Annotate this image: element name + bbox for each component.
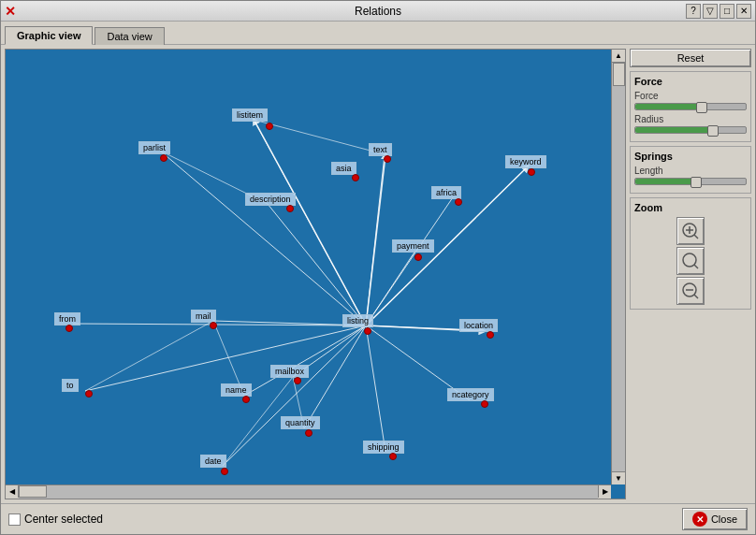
reset-button[interactable]: Reset [630, 49, 751, 67]
dot-date [221, 468, 228, 475]
tabs-bar: Graphic view Data view [1, 22, 755, 45]
radius-thumb[interactable] [707, 125, 719, 137]
node-asia[interactable]: asia [331, 162, 356, 175]
title-bar-left: ✕ [5, 4, 16, 19]
springs-section: Springs Length [630, 146, 751, 194]
svg-line-5 [366, 197, 453, 325]
dot-location [487, 331, 494, 339]
title-bar-buttons: ? ▽ □ ✕ [686, 4, 751, 19]
dot-mailbox [294, 377, 301, 384]
radius-slider[interactable] [634, 126, 747, 134]
svg-line-35 [694, 295, 698, 298]
scroll-thumb-v[interactable] [613, 63, 625, 86]
node-ncategory[interactable]: ncategory [447, 388, 494, 401]
center-selected-checkbox[interactable] [8, 513, 21, 526]
node-listitem[interactable]: listitem [232, 108, 268, 122]
close-button[interactable]: ✕ Close [682, 508, 748, 530]
svg-line-23 [254, 121, 366, 325]
dot-name [242, 396, 250, 403]
close-label: Close [711, 513, 737, 525]
node-africa[interactable]: africa [431, 186, 461, 199]
dot-ncategory [481, 400, 488, 408]
graph-container[interactable]: listitem parlist text asia keyword descr… [5, 49, 626, 499]
node-from[interactable]: from [54, 312, 80, 325]
node-mail[interactable]: mail [191, 310, 216, 323]
close-icon: ✕ [692, 512, 707, 527]
radius-label: Radius [634, 114, 747, 124]
svg-line-24 [366, 155, 385, 325]
radius-slider-row: Radius [634, 114, 747, 134]
node-payment[interactable]: payment [392, 239, 434, 253]
horizontal-scrollbar[interactable]: ◀ ▶ [6, 484, 611, 499]
tab-data-view[interactable]: Data view [94, 27, 164, 45]
dot-africa [455, 198, 462, 206]
svg-line-1 [160, 151, 366, 325]
svg-point-31 [683, 253, 696, 267]
node-keyword[interactable]: keyword [505, 155, 546, 168]
svg-line-17 [85, 321, 213, 391]
minimize-button[interactable]: ▽ [703, 4, 718, 19]
svg-line-14 [304, 325, 366, 428]
dot-listitem [266, 123, 273, 130]
force-label: Force [634, 91, 747, 101]
force-thumb[interactable] [696, 102, 707, 113]
node-quantity[interactable]: quantity [281, 416, 320, 429]
length-slider[interactable] [634, 178, 747, 185]
length-fill [635, 179, 696, 184]
zoom-section: Zoom [630, 197, 751, 310]
svg-line-32 [694, 265, 698, 268]
node-location[interactable]: location [459, 319, 498, 332]
dot-keyword [528, 168, 535, 176]
dot-description [286, 205, 294, 212]
window-close-icon[interactable]: ✕ [5, 4, 16, 19]
close-button[interactable]: ✕ [736, 4, 751, 19]
node-to[interactable]: to [62, 379, 79, 392]
svg-line-30 [694, 235, 698, 239]
maximize-button[interactable]: □ [720, 4, 734, 19]
scroll-thumb-h[interactable] [19, 485, 47, 498]
force-slider[interactable] [634, 103, 747, 110]
tab-graphic-view[interactable]: Graphic view [5, 26, 93, 45]
node-description[interactable]: description [245, 193, 296, 206]
scroll-left-button[interactable]: ◀ [6, 485, 19, 498]
title-bar: ✕ Relations ? ▽ □ ✕ [1, 1, 755, 22]
help-button[interactable]: ? [686, 4, 701, 19]
zoom-in-icon [681, 222, 700, 240]
dot-mail [210, 322, 217, 329]
dot-from [65, 325, 73, 332]
main-window: ✕ Relations ? ▽ □ ✕ Graphic view Data vi… [0, 0, 756, 535]
force-fill [635, 104, 702, 109]
svg-line-15 [366, 325, 385, 452]
zoom-out-icon [681, 282, 700, 300]
length-thumb[interactable] [691, 177, 702, 188]
node-parlist[interactable]: parlist [138, 141, 170, 154]
dot-to [85, 390, 93, 398]
svg-line-22 [254, 120, 385, 154]
zoom-out-button[interactable] [676, 277, 705, 305]
node-text[interactable]: text [369, 143, 392, 156]
node-date[interactable]: date [200, 455, 226, 468]
zoom-section-title: Zoom [634, 202, 747, 213]
scroll-down-button[interactable]: ▼ [612, 471, 625, 484]
svg-line-0 [254, 120, 366, 325]
scroll-up-button[interactable]: ▲ [612, 50, 625, 63]
zoom-reset-icon [681, 252, 700, 270]
vertical-scrollbar[interactable]: ▲ ▼ [611, 50, 625, 484]
zoom-in-button[interactable] [676, 217, 705, 245]
node-name[interactable]: name [221, 383, 252, 397]
center-selected-label: Center selected [24, 513, 103, 526]
dot-shipping [389, 453, 397, 460]
force-section: Force Force Radius [630, 71, 751, 142]
springs-section-title: Springs [634, 151, 747, 162]
scroll-track-v [612, 63, 625, 471]
scroll-right-button[interactable]: ▶ [598, 485, 611, 498]
dot-text [384, 155, 391, 163]
dot-quantity [305, 429, 313, 437]
node-listing[interactable]: listing [342, 314, 373, 327]
node-shipping[interactable]: shipping [363, 441, 404, 454]
zoom-reset-button[interactable] [676, 247, 705, 275]
radius-fill [635, 127, 713, 133]
graph-area[interactable]: listitem parlist text asia keyword descr… [6, 50, 625, 499]
right-panel: Reset Force Force Radius [630, 49, 751, 499]
node-mailbox[interactable]: mailbox [270, 365, 309, 378]
